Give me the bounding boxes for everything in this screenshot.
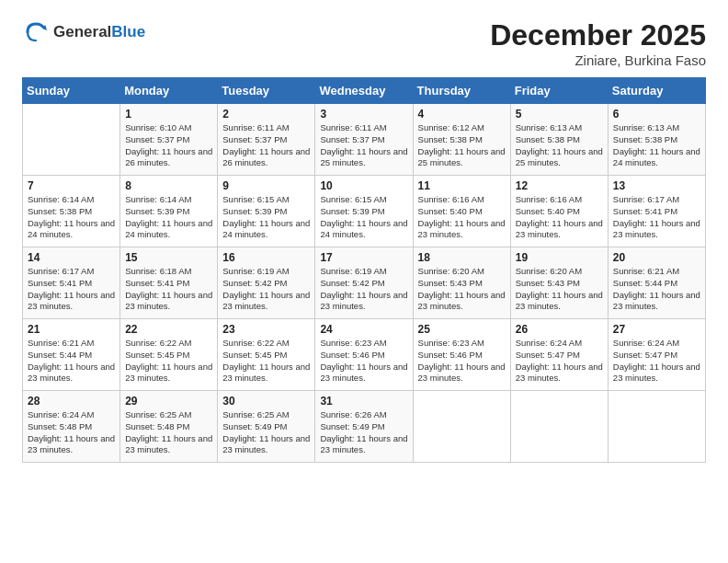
title-block: December 2025 Ziniare, Burkina Faso <box>490 18 706 68</box>
logo-text: GeneralBlue <box>53 24 145 41</box>
day-number: 12 <box>516 179 603 192</box>
calendar-cell: 17 Sunrise: 6:19 AMSunset: 5:42 PMDaylig… <box>315 247 413 319</box>
day-info: Sunrise: 6:19 AMSunset: 5:42 PMDaylight:… <box>320 266 407 313</box>
day-number: 9 <box>222 179 310 192</box>
day-info: Sunrise: 6:23 AMSunset: 5:46 PMDaylight:… <box>320 338 407 385</box>
day-number: 4 <box>418 108 506 121</box>
day-info: Sunrise: 6:15 AMSunset: 5:39 PMDaylight:… <box>320 194 407 241</box>
day-number: 7 <box>28 179 115 192</box>
day-info: Sunrise: 6:24 AMSunset: 5:48 PMDaylight:… <box>28 409 115 456</box>
day-info: Sunrise: 6:20 AMSunset: 5:43 PMDaylight:… <box>418 266 506 313</box>
day-info: Sunrise: 6:23 AMSunset: 5:46 PMDaylight:… <box>418 338 506 385</box>
calendar-cell: 5 Sunrise: 6:13 AMSunset: 5:38 PMDayligh… <box>510 104 608 176</box>
day-info: Sunrise: 6:16 AMSunset: 5:40 PMDaylight:… <box>516 194 603 241</box>
calendar-cell: 31 Sunrise: 6:26 AMSunset: 5:49 PMDaylig… <box>315 391 413 463</box>
day-info: Sunrise: 6:16 AMSunset: 5:40 PMDaylight:… <box>418 194 506 241</box>
day-info: Sunrise: 6:21 AMSunset: 5:44 PMDaylight:… <box>613 266 700 313</box>
day-number: 1 <box>125 108 212 121</box>
day-number: 26 <box>516 323 603 336</box>
day-number: 21 <box>28 323 115 336</box>
day-number: 11 <box>418 179 506 192</box>
day-number: 31 <box>320 395 407 408</box>
calendar-week-2: 14 Sunrise: 6:17 AMSunset: 5:41 PMDaylig… <box>23 247 706 319</box>
calendar-cell: 12 Sunrise: 6:16 AMSunset: 5:40 PMDaylig… <box>510 176 608 247</box>
calendar-cell <box>23 104 120 176</box>
header: GeneralBlue December 2025 Ziniare, Burki… <box>22 18 706 68</box>
logo-icon <box>22 18 50 46</box>
col-sunday: Sunday <box>23 78 120 104</box>
day-number: 16 <box>222 251 310 264</box>
calendar-cell: 23 Sunrise: 6:22 AMSunset: 5:45 PMDaylig… <box>218 319 315 391</box>
day-number: 18 <box>418 251 506 264</box>
calendar-cell: 9 Sunrise: 6:15 AMSunset: 5:39 PMDayligh… <box>218 176 315 247</box>
calendar-cell: 25 Sunrise: 6:23 AMSunset: 5:46 PMDaylig… <box>413 319 510 391</box>
location-subtitle: Ziniare, Burkina Faso <box>490 52 706 68</box>
day-info: Sunrise: 6:14 AMSunset: 5:38 PMDaylight:… <box>28 194 115 241</box>
calendar-cell: 27 Sunrise: 6:24 AMSunset: 5:47 PMDaylig… <box>608 319 705 391</box>
calendar-cell: 13 Sunrise: 6:17 AMSunset: 5:41 PMDaylig… <box>608 176 705 247</box>
calendar-cell <box>608 391 705 463</box>
day-info: Sunrise: 6:13 AMSunset: 5:38 PMDaylight:… <box>516 122 603 169</box>
day-number: 17 <box>320 251 407 264</box>
day-info: Sunrise: 6:10 AMSunset: 5:37 PMDaylight:… <box>125 122 212 169</box>
day-info: Sunrise: 6:21 AMSunset: 5:44 PMDaylight:… <box>28 338 115 385</box>
col-wednesday: Wednesday <box>315 78 413 104</box>
calendar-week-4: 28 Sunrise: 6:24 AMSunset: 5:48 PMDaylig… <box>23 391 706 463</box>
day-info: Sunrise: 6:19 AMSunset: 5:42 PMDaylight:… <box>222 266 310 313</box>
calendar-cell: 22 Sunrise: 6:22 AMSunset: 5:45 PMDaylig… <box>120 319 218 391</box>
calendar-cell: 26 Sunrise: 6:24 AMSunset: 5:47 PMDaylig… <box>510 319 608 391</box>
calendar-week-3: 21 Sunrise: 6:21 AMSunset: 5:44 PMDaylig… <box>23 319 706 391</box>
col-friday: Friday <box>510 78 608 104</box>
calendar-week-0: 1 Sunrise: 6:10 AMSunset: 5:37 PMDayligh… <box>23 104 706 176</box>
day-info: Sunrise: 6:13 AMSunset: 5:38 PMDaylight:… <box>613 122 700 169</box>
calendar-table: Sunday Monday Tuesday Wednesday Thursday… <box>22 77 706 463</box>
calendar-cell: 6 Sunrise: 6:13 AMSunset: 5:38 PMDayligh… <box>608 104 705 176</box>
day-info: Sunrise: 6:17 AMSunset: 5:41 PMDaylight:… <box>613 194 700 241</box>
day-number: 22 <box>125 323 212 336</box>
calendar-cell: 14 Sunrise: 6:17 AMSunset: 5:41 PMDaylig… <box>23 247 120 319</box>
day-number: 29 <box>125 395 212 408</box>
day-info: Sunrise: 6:17 AMSunset: 5:41 PMDaylight:… <box>28 266 115 313</box>
day-number: 6 <box>613 108 700 121</box>
calendar-cell: 7 Sunrise: 6:14 AMSunset: 5:38 PMDayligh… <box>23 176 120 247</box>
day-number: 10 <box>320 179 407 192</box>
calendar-cell: 16 Sunrise: 6:19 AMSunset: 5:42 PMDaylig… <box>218 247 315 319</box>
day-info: Sunrise: 6:24 AMSunset: 5:47 PMDaylight:… <box>516 338 603 385</box>
calendar-cell: 10 Sunrise: 6:15 AMSunset: 5:39 PMDaylig… <box>315 176 413 247</box>
calendar-cell: 30 Sunrise: 6:25 AMSunset: 5:49 PMDaylig… <box>218 391 315 463</box>
day-info: Sunrise: 6:24 AMSunset: 5:47 PMDaylight:… <box>613 338 700 385</box>
header-row: Sunday Monday Tuesday Wednesday Thursday… <box>23 78 706 104</box>
logo: GeneralBlue <box>22 18 145 46</box>
day-info: Sunrise: 6:14 AMSunset: 5:39 PMDaylight:… <box>125 194 212 241</box>
day-info: Sunrise: 6:20 AMSunset: 5:43 PMDaylight:… <box>516 266 603 313</box>
day-info: Sunrise: 6:11 AMSunset: 5:37 PMDaylight:… <box>320 122 407 169</box>
logo-general: GeneralBlue <box>53 24 145 41</box>
day-number: 24 <box>320 323 407 336</box>
day-info: Sunrise: 6:25 AMSunset: 5:49 PMDaylight:… <box>222 409 310 456</box>
calendar-cell <box>413 391 510 463</box>
calendar-cell: 20 Sunrise: 6:21 AMSunset: 5:44 PMDaylig… <box>608 247 705 319</box>
day-number: 19 <box>516 251 603 264</box>
calendar-week-1: 7 Sunrise: 6:14 AMSunset: 5:38 PMDayligh… <box>23 176 706 247</box>
day-number: 2 <box>222 108 310 121</box>
day-info: Sunrise: 6:22 AMSunset: 5:45 PMDaylight:… <box>222 338 310 385</box>
day-number: 5 <box>516 108 603 121</box>
calendar-cell: 21 Sunrise: 6:21 AMSunset: 5:44 PMDaylig… <box>23 319 120 391</box>
calendar-cell <box>510 391 608 463</box>
day-info: Sunrise: 6:11 AMSunset: 5:37 PMDaylight:… <box>222 122 310 169</box>
day-number: 3 <box>320 108 407 121</box>
day-number: 30 <box>222 395 310 408</box>
calendar-cell: 8 Sunrise: 6:14 AMSunset: 5:39 PMDayligh… <box>120 176 218 247</box>
col-tuesday: Tuesday <box>218 78 315 104</box>
day-number: 15 <box>125 251 212 264</box>
calendar-cell: 3 Sunrise: 6:11 AMSunset: 5:37 PMDayligh… <box>315 104 413 176</box>
col-monday: Monday <box>120 78 218 104</box>
calendar-header: Sunday Monday Tuesday Wednesday Thursday… <box>23 78 706 104</box>
day-info: Sunrise: 6:18 AMSunset: 5:41 PMDaylight:… <box>125 266 212 313</box>
day-number: 27 <box>613 323 700 336</box>
col-saturday: Saturday <box>608 78 705 104</box>
day-number: 23 <box>222 323 310 336</box>
calendar-cell: 15 Sunrise: 6:18 AMSunset: 5:41 PMDaylig… <box>120 247 218 319</box>
calendar-cell: 18 Sunrise: 6:20 AMSunset: 5:43 PMDaylig… <box>413 247 510 319</box>
month-title: December 2025 <box>490 18 706 52</box>
